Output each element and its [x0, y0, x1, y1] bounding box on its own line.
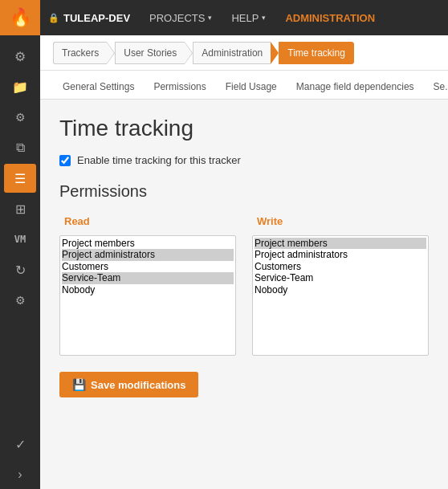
projects-label: PROJECTS — [149, 12, 205, 24]
logo[interactable]: 🔥 — [0, 0, 40, 35]
write-column: Write Project members Project administra… — [252, 212, 429, 356]
sidebar-item-refresh[interactable]: ↻ — [4, 255, 36, 284]
read-option-customers[interactable]: Customers — [62, 261, 234, 272]
sidebar-item-power[interactable]: ⚙ — [4, 286, 36, 315]
top-navigation: 🔥 🔒 TULEAP-DEV PROJECTS ▾ HELP ▾ ADMINIS… — [0, 0, 448, 35]
breadcrumb-user-stories-link[interactable]: User Stories — [115, 42, 185, 64]
permissions-columns: Read Project members Project administrat… — [59, 212, 429, 356]
nav-items: PROJECTS ▾ HELP ▾ ADMINISTRATION — [140, 0, 385, 35]
power-icon: ⚙ — [15, 294, 26, 307]
breadcrumb-administration-link[interactable]: Administration — [193, 42, 271, 64]
brand-label: TULEAP-DEV — [63, 12, 130, 24]
permissions-section-title: Permissions — [59, 182, 429, 201]
projects-nav-item[interactable]: PROJECTS ▾ — [140, 0, 222, 35]
read-option-nobody[interactable]: Nobody — [62, 284, 234, 295]
tab-bar: General Settings Permissions Field Usage… — [40, 71, 448, 100]
tab-manage-field-dependencies[interactable]: Manage field dependencies — [287, 76, 424, 99]
read-option-project-members[interactable]: Project members — [62, 238, 234, 249]
tab-permissions[interactable]: Permissions — [144, 76, 215, 99]
write-option-project-admins[interactable]: Project administrators — [255, 249, 426, 260]
enable-tracking-checkbox[interactable] — [59, 155, 71, 166]
tab-more-label: Se... — [434, 81, 448, 92]
check-icon: ✓ — [15, 437, 26, 452]
link-icon: ⚙ — [15, 111, 26, 124]
breadcrumb-trackers-link[interactable]: Trackers — [53, 42, 107, 64]
administration-label: ADMINISTRATION — [285, 12, 375, 24]
page-title: Time tracking — [59, 116, 429, 141]
sidebar-item-arrow[interactable]: › — [4, 460, 36, 489]
breadcrumb-user-stories[interactable]: User Stories — [115, 42, 185, 64]
breadcrumb-arrow-3 — [271, 42, 279, 64]
read-listbox[interactable]: Project members Project administrators C… — [59, 235, 236, 356]
breadcrumb-time-tracking[interactable]: Time tracking — [279, 42, 354, 64]
chevron-right-icon: › — [18, 467, 22, 482]
read-option-service-team[interactable]: Service-Team — [62, 272, 234, 283]
chevron-down-icon: ▾ — [208, 14, 212, 22]
write-option-service-team[interactable]: Service-Team — [255, 272, 426, 283]
sidebar-item-check[interactable]: ✓ — [4, 430, 36, 458]
lock-icon: 🔒 — [48, 13, 59, 23]
vm-icon: VM — [14, 234, 26, 245]
tab-general-settings[interactable]: General Settings — [53, 76, 144, 99]
read-column: Read Project members Project administrat… — [59, 212, 236, 356]
sidebar-item-list[interactable]: ☰ — [4, 164, 36, 193]
read-option-project-admins[interactable]: Project administrators — [62, 249, 234, 260]
save-button[interactable]: 💾 Save modifications — [59, 372, 198, 397]
sidebar-item-vm[interactable]: VM — [4, 225, 36, 254]
tab-field-usage[interactable]: Field Usage — [216, 76, 287, 99]
save-icon: 💾 — [72, 378, 86, 391]
settings-icon: ⚙ — [14, 49, 26, 64]
list-icon: ☰ — [14, 171, 26, 186]
chevron-down-icon: ▾ — [262, 14, 266, 22]
enable-tracking-row: Enable time tracking for this tracker — [59, 154, 429, 166]
brand-name[interactable]: 🔒 TULEAP-DEV — [40, 12, 136, 24]
breadcrumb-administration[interactable]: Administration — [193, 42, 271, 64]
write-listbox[interactable]: Project members Project administrators C… — [252, 235, 429, 356]
flame-icon: 🔥 — [10, 7, 31, 28]
grid-icon: ⊞ — [15, 202, 26, 217]
refresh-icon: ↻ — [15, 263, 26, 278]
breadcrumb-arrow-inner-1 — [107, 43, 114, 63]
copy-icon: ⧉ — [16, 141, 25, 155]
sidebar-item-link[interactable]: ⚙ — [4, 103, 36, 132]
breadcrumb-trackers[interactable]: Trackers — [53, 42, 107, 64]
content-area: Trackers User Stories Administration Tim… — [40, 35, 448, 489]
read-header: Read — [59, 212, 236, 230]
sidebar-item-folder[interactable]: 📁 — [4, 72, 36, 101]
breadcrumb-arrow-1 — [107, 42, 115, 64]
write-option-project-members[interactable]: Project members — [255, 238, 426, 249]
sidebar-item-grid[interactable]: ⊞ — [4, 194, 36, 223]
write-option-nobody[interactable]: Nobody — [255, 284, 426, 295]
write-option-customers[interactable]: Customers — [255, 261, 426, 272]
breadcrumb-arrow-2 — [185, 42, 193, 64]
tab-more[interactable]: Se... — [424, 76, 448, 99]
folder-icon: 📁 — [12, 79, 28, 95]
sidebar: ⚙ 📁 ⚙ ⧉ ☰ ⊞ VM ↻ ⚙ ✓ › — [0, 35, 40, 489]
breadcrumb-arrow-inner-3 — [271, 43, 278, 63]
save-button-label: Save modifications — [91, 379, 185, 391]
enable-tracking-label: Enable time tracking for this tracker — [77, 154, 241, 166]
breadcrumb: Trackers User Stories Administration Tim… — [40, 35, 448, 71]
page-content: Time tracking Enable time tracking for t… — [40, 100, 448, 414]
breadcrumb-arrow-inner-2 — [185, 43, 192, 63]
main-layout: ⚙ 📁 ⚙ ⧉ ☰ ⊞ VM ↻ ⚙ ✓ › — [0, 35, 448, 489]
administration-nav-item[interactable]: ADMINISTRATION — [275, 0, 385, 35]
breadcrumb-time-tracking-link[interactable]: Time tracking — [279, 42, 354, 64]
help-label: HELP — [231, 12, 259, 24]
sidebar-item-settings[interactable]: ⚙ — [4, 42, 36, 71]
sidebar-item-copy[interactable]: ⧉ — [4, 133, 36, 162]
help-nav-item[interactable]: HELP ▾ — [222, 0, 275, 35]
write-header: Write — [252, 212, 429, 230]
